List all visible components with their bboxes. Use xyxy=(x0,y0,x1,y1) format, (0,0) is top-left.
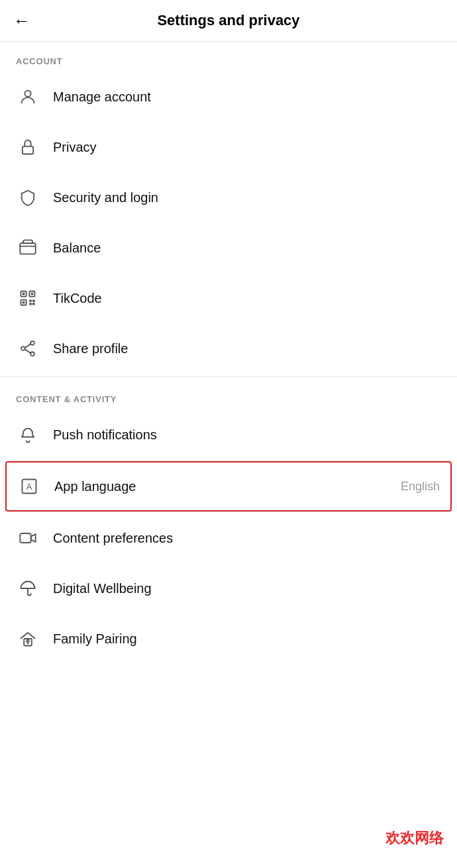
lock-icon xyxy=(16,135,40,159)
svg-point-13 xyxy=(30,341,34,345)
svg-line-17 xyxy=(25,349,30,353)
menu-item-tikcode[interactable]: TikCode xyxy=(0,273,457,323)
svg-rect-9 xyxy=(29,299,32,302)
menu-item-manage-account[interactable]: Manage account xyxy=(0,72,457,122)
menu-item-digital-wellbeing[interactable]: Digital Wellbeing xyxy=(0,563,457,614)
menu-item-content-preferences[interactable]: Content preferences xyxy=(0,513,457,563)
back-button[interactable]: ← xyxy=(13,11,30,31)
menu-item-share-profile[interactable]: Share profile xyxy=(0,323,457,374)
app-language-value: English xyxy=(401,480,440,494)
menu-item-app-language[interactable]: A App language English xyxy=(5,461,452,512)
section-label-account: ACCOUNT xyxy=(0,42,457,72)
digital-wellbeing-label: Digital Wellbeing xyxy=(53,581,441,596)
page-title: Settings and privacy xyxy=(157,12,299,29)
section-label-content-activity: CONTENT & ACTIVITY xyxy=(0,380,457,409)
svg-rect-10 xyxy=(32,299,35,302)
person-icon xyxy=(16,85,40,109)
content-preferences-label: Content preferences xyxy=(53,531,441,546)
svg-rect-1 xyxy=(23,146,33,154)
svg-rect-7 xyxy=(31,293,34,296)
svg-rect-8 xyxy=(23,301,25,304)
video-icon xyxy=(16,526,40,550)
watermark: 欢欢网络 xyxy=(385,828,444,848)
svg-point-15 xyxy=(30,352,34,356)
share-profile-label: Share profile xyxy=(53,341,441,356)
wallet-icon xyxy=(16,236,40,260)
svg-rect-20 xyxy=(20,533,30,543)
home-lock-icon xyxy=(16,627,40,651)
language-icon: A xyxy=(17,474,41,498)
qr-icon xyxy=(16,286,40,310)
menu-item-family-pairing[interactable]: Family Pairing xyxy=(0,614,457,664)
manage-account-label: Manage account xyxy=(53,89,441,105)
balance-label: Balance xyxy=(53,241,441,256)
svg-point-0 xyxy=(25,91,30,97)
menu-item-security-login[interactable]: Security and login xyxy=(0,172,457,223)
bell-icon xyxy=(16,423,40,447)
privacy-label: Privacy xyxy=(53,140,441,155)
svg-rect-11 xyxy=(29,303,32,305)
push-notifications-label: Push notifications xyxy=(53,427,441,443)
header: ← Settings and privacy xyxy=(0,0,457,42)
svg-rect-12 xyxy=(32,303,35,305)
svg-rect-6 xyxy=(23,293,25,296)
menu-item-push-notifications[interactable]: Push notifications xyxy=(0,409,457,460)
section-divider xyxy=(0,376,457,377)
security-login-label: Security and login xyxy=(53,190,441,205)
menu-item-balance[interactable]: Balance xyxy=(0,223,457,273)
menu-item-privacy[interactable]: Privacy xyxy=(0,122,457,172)
app-language-label: App language xyxy=(54,479,401,494)
umbrella-icon xyxy=(16,576,40,600)
svg-line-16 xyxy=(25,344,30,348)
share-icon xyxy=(16,337,40,360)
svg-text:A: A xyxy=(26,482,32,492)
shield-icon xyxy=(16,186,40,209)
family-pairing-label: Family Pairing xyxy=(53,631,441,647)
tikcode-label: TikCode xyxy=(53,291,441,306)
svg-rect-2 xyxy=(20,243,35,254)
svg-point-14 xyxy=(21,347,25,351)
